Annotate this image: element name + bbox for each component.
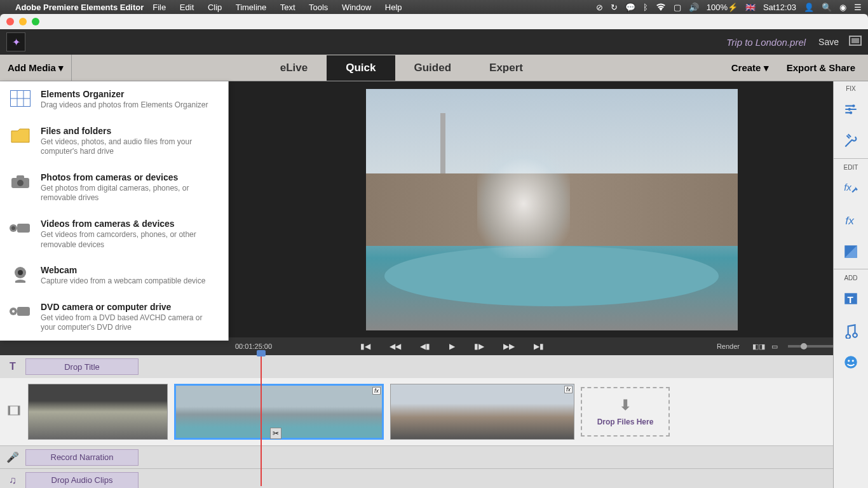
- video-clip-3[interactable]: fx: [390, 384, 574, 440]
- menu-help[interactable]: Help: [385, 3, 402, 12]
- add-media-photos-devices[interactable]: Photos from cameras or devicesGet photos…: [0, 165, 228, 211]
- video-clip-1[interactable]: [28, 384, 168, 440]
- save-button[interactable]: Save: [818, 37, 839, 47]
- add-media-webcam[interactable]: WebcamCapture video from a webcam compat…: [0, 257, 228, 294]
- svg-text:fx: fx: [844, 182, 852, 193]
- playhead[interactable]: [261, 353, 262, 486]
- input-flag[interactable]: 🇬🇧: [745, 3, 756, 12]
- timecode[interactable]: 00:01:25:00: [235, 342, 272, 350]
- chat-icon[interactable]: 💬: [625, 3, 635, 12]
- menu-tools[interactable]: Tools: [309, 3, 328, 12]
- graphics-button[interactable]: [834, 346, 868, 378]
- menu-window[interactable]: Window: [342, 3, 371, 12]
- go-to-end-button[interactable]: ▶▮: [534, 342, 544, 351]
- drop-audio-zone[interactable]: Drop Audio Clips: [25, 472, 139, 489]
- folder-icon: [9, 126, 32, 145]
- svg-rect-9: [17, 224, 30, 233]
- svg-text:T: T: [848, 294, 854, 305]
- svg-point-13: [18, 270, 23, 275]
- clock[interactable]: Sat 12:03: [763, 3, 796, 12]
- tools-button[interactable]: [834, 125, 868, 157]
- app-titlebar: ✦ Trip to London.prel Save: [0, 29, 868, 55]
- add-media-dvd[interactable]: DVD camera or computer driveGet video fr…: [0, 294, 228, 341]
- svg-rect-18: [8, 406, 10, 415]
- play-button[interactable]: ▶: [449, 342, 455, 351]
- svg-point-11: [11, 226, 15, 230]
- split-clip-icon[interactable]: ✂: [270, 428, 281, 439]
- video-preview[interactable]: [366, 89, 738, 330]
- siri-icon[interactable]: ◉: [839, 3, 846, 12]
- bluetooth-icon[interactable]: ᛒ: [643, 3, 648, 12]
- svg-rect-19: [18, 406, 20, 415]
- fullscreen-icon[interactable]: [849, 36, 862, 48]
- spotlight-icon[interactable]: 🔍: [822, 3, 832, 12]
- rewind-button[interactable]: ◀◀: [390, 342, 401, 351]
- menu-edit[interactable]: Edit: [180, 3, 194, 12]
- status-tray: ⊘ ↻ 💬 ᛒ ▢ 🔊 100% ⚡ 🇬🇧 Sat 12:03 👤 🔍 ◉ ☰: [596, 3, 862, 12]
- drop-title-zone[interactable]: Drop Title: [25, 358, 139, 375]
- timemachine-icon[interactable]: ↻: [611, 3, 618, 12]
- battery-status[interactable]: 100% ⚡: [707, 3, 738, 12]
- add-media-button[interactable]: Add Media ▾: [0, 55, 72, 81]
- window-titlebar: [0, 14, 868, 29]
- camcorder-icon: [9, 219, 32, 238]
- music-track-icon[interactable]: ♫: [0, 475, 25, 486]
- titles-button[interactable]: T: [834, 283, 868, 315]
- export-share-button[interactable]: Export & Share: [787, 62, 855, 73]
- menu-text[interactable]: Text: [280, 3, 295, 12]
- svg-point-8: [17, 180, 24, 186]
- rail-section-add: ADD: [834, 271, 868, 283]
- step-forward-button[interactable]: ▮▶: [474, 342, 484, 351]
- menu-file[interactable]: File: [153, 3, 166, 12]
- transitions-button[interactable]: [834, 236, 868, 268]
- render-button[interactable]: Render: [717, 342, 740, 350]
- airplay-icon[interactable]: ▢: [674, 3, 681, 12]
- applied-effects-button[interactable]: fx: [834, 204, 868, 236]
- music-button[interactable]: [834, 315, 868, 346]
- menu-timeline[interactable]: Timeline: [236, 3, 267, 12]
- volume-icon[interactable]: 🔊: [689, 3, 699, 12]
- text-track-icon[interactable]: T: [0, 361, 25, 372]
- svg-point-29: [848, 360, 850, 362]
- add-media-panel: Elements OrganizerDrag videos and photos…: [0, 81, 229, 341]
- notifications-icon[interactable]: ☰: [854, 3, 862, 12]
- app-name[interactable]: Adobe Premiere Elements Editor: [15, 3, 144, 12]
- safe-margins-icon[interactable]: ◧◨: [752, 342, 765, 351]
- down-arrow-icon: ⬇: [620, 397, 631, 414]
- add-media-files-folders[interactable]: Files and foldersGet videos, photos, and…: [0, 118, 228, 165]
- close-window-button[interactable]: [6, 18, 14, 25]
- narration-track: 🎤 Record Narration: [0, 445, 868, 468]
- video-track[interactable]: fx ✂ fx ⬇ Drop Files Here: [0, 378, 868, 445]
- video-track-icon: [6, 405, 22, 418]
- tab-quick[interactable]: Quick: [327, 55, 395, 81]
- fast-forward-button[interactable]: ▶▶: [503, 342, 515, 351]
- step-back-button[interactable]: ◀▮: [420, 342, 430, 351]
- zoom-window-button[interactable]: [32, 18, 39, 25]
- document-title: Trip to London.prel: [726, 37, 806, 48]
- video-clip-2[interactable]: fx ✂: [174, 384, 384, 440]
- minimize-window-button[interactable]: [19, 18, 27, 25]
- adjust-button[interactable]: [834, 93, 868, 125]
- tab-guided[interactable]: Guided: [395, 55, 471, 81]
- create-button[interactable]: Create ▾: [731, 62, 769, 74]
- camera-icon: [9, 172, 32, 191]
- record-narration-zone[interactable]: Record Narration: [25, 449, 139, 466]
- webcam-icon: [9, 265, 32, 284]
- menu-clip[interactable]: Clip: [208, 3, 222, 12]
- playback-quality-icon[interactable]: ▭: [771, 342, 778, 351]
- mic-track-icon[interactable]: 🎤: [0, 451, 25, 463]
- tab-elive[interactable]: eLive: [261, 55, 327, 81]
- noentry-icon[interactable]: ⊘: [596, 3, 603, 12]
- wifi-icon[interactable]: [656, 3, 666, 11]
- go-to-start-button[interactable]: ▮◀: [360, 342, 370, 351]
- effects-button[interactable]: fx: [834, 172, 868, 204]
- tab-expert[interactable]: Expert: [470, 55, 542, 81]
- drop-files-zone[interactable]: ⬇ Drop Files Here: [581, 387, 670, 437]
- fx-badge[interactable]: fx: [564, 386, 573, 393]
- svg-rect-1: [851, 38, 859, 43]
- playhead-marker[interactable]: [257, 350, 266, 356]
- fx-badge[interactable]: fx: [372, 387, 381, 395]
- add-media-videos-devices[interactable]: Videos from cameras & devicesGet videos …: [0, 211, 228, 257]
- user-icon[interactable]: 👤: [804, 3, 814, 12]
- add-media-elements-organizer[interactable]: Elements OrganizerDrag videos and photos…: [0, 81, 228, 118]
